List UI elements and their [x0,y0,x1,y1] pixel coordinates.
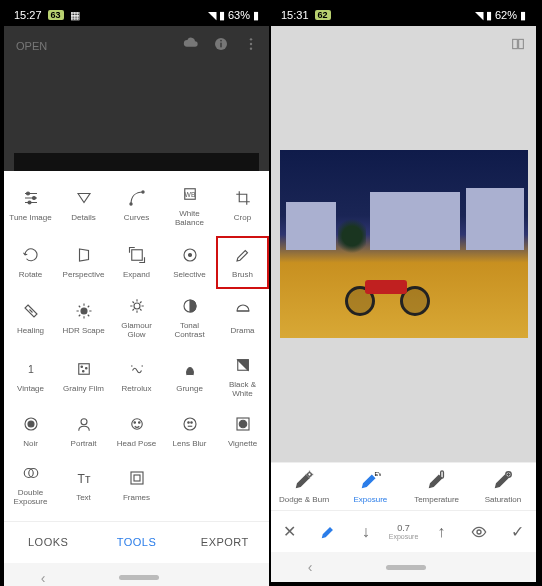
svg-point-43 [308,473,312,477]
svg-point-6 [26,192,29,195]
brush-toggle[interactable] [309,524,347,540]
tool-label: Black &White [229,381,256,399]
tool-glamour-glow[interactable]: GlamourGlow [110,289,163,348]
tool-perspective[interactable]: Perspective [57,236,110,290]
brush-mode-tabs: Dodge & BurnEVExposureTemperatureSaturat… [271,462,536,510]
preview-area: OPEN [4,26,269,171]
svg-point-10 [141,191,143,193]
tool-head-pose[interactable]: Head Pose [110,407,163,457]
photo-preview [280,150,528,338]
svg-rect-1 [220,43,221,48]
exposure-value[interactable]: 0.7 Exposure [385,524,423,540]
headpose-icon [128,415,146,433]
svg-point-21 [81,366,83,368]
tool-crop[interactable]: Crop [216,177,269,236]
tool-label: Vignette [228,440,257,449]
signal-icon: ▮ [486,9,492,22]
svg-point-17 [134,303,140,309]
tool-brush[interactable]: Brush [216,236,269,290]
back-button[interactable]: ‹ [308,559,313,575]
tool-black-white[interactable]: Black &White [216,348,269,407]
tool-curves[interactable]: Curves [110,177,163,236]
svg-point-35 [239,420,247,428]
tool-tune-image[interactable]: Tune Image [4,177,57,236]
right-phone: 15:31 62 ◥ ▮ 62% ▮ Dodge & BurnEVExposur… [271,4,536,582]
rotate-icon [22,246,40,264]
tool-label: Noir [23,440,38,449]
tool-white-balance[interactable]: WBWhiteBalance [163,177,216,236]
tool-retrolux[interactable]: Retrolux [110,348,163,407]
svg-point-15 [188,253,191,256]
brush-tab-label: Saturation [485,495,521,504]
battery-icon: ▮ [253,9,259,22]
tool-frames[interactable]: Frames [110,456,163,515]
tool-double-exposure[interactable]: DoubleExposure [4,456,57,515]
svg-point-3 [250,38,252,40]
home-button[interactable] [119,575,159,580]
decrease-button[interactable]: ↓ [347,523,385,541]
svg-point-23 [82,371,84,373]
expand-icon [128,246,146,264]
brush-tab-temperature[interactable]: Temperature [404,463,470,510]
tab-looks[interactable]: LOOKS [4,522,92,563]
triangle-down-icon [75,189,93,207]
brush-tab-exposure[interactable]: EVExposure [337,463,403,510]
canvas-area[interactable] [271,26,536,462]
tool-portrait[interactable]: Portrait [57,407,110,457]
svg-rect-39 [131,472,143,484]
svg-rect-45 [440,471,443,478]
tab-export[interactable]: EXPORT [181,522,269,563]
tool-healing[interactable]: Healing [4,289,57,348]
battery-text: 62% [495,9,517,21]
close-button[interactable]: ✕ [271,522,309,541]
crop-icon [234,189,252,207]
tool-label: Expand [123,271,150,280]
signal-icon: ▮ [219,9,225,22]
tool-expand[interactable]: Expand [110,236,163,290]
brush-controls: ✕ ↓ 0.7 Exposure ↑ ✓ [271,510,536,552]
compare-icon[interactable] [510,36,526,56]
tool-rotate[interactable]: Rotate [4,236,57,290]
brush-ev-icon: EV [359,469,381,491]
svg-text:WB: WB [184,191,195,198]
more-icon[interactable] [243,36,259,56]
open-button[interactable]: OPEN [16,40,47,52]
status-bar: 15:27 63 ▦ ◥ ▮ 63% ▮ [4,4,269,26]
apply-button[interactable]: ✓ [498,522,536,541]
tool-label: Curves [124,214,149,223]
hdr-icon [75,302,93,320]
svg-rect-42 [519,39,524,48]
home-button[interactable] [386,565,426,570]
tool-grainy-film[interactable]: Grainy Film [57,348,110,407]
tool-label: Healing [17,327,44,336]
brush-tab-dodge-burn[interactable]: Dodge & Burn [271,463,337,510]
tool-label: WhiteBalance [175,210,204,228]
tool-label: Grunge [176,385,203,394]
visibility-toggle[interactable] [460,524,498,540]
android-nav: ‹ [271,552,536,582]
brush-tab-saturation[interactable]: Saturation [470,463,536,510]
tool-lens-blur[interactable]: Lens Blur [163,407,216,457]
tool-vignette[interactable]: Vignette [216,407,269,457]
tool-label: TonalContrast [174,322,204,340]
bottom-tabs: LOOKS TOOLS EXPORT [4,521,269,563]
tool-text[interactable]: TтText [57,456,110,515]
sliders-icon [22,189,40,207]
increase-button[interactable]: ↑ [422,523,460,541]
tool-hdr-scape[interactable]: HDR Scape [57,289,110,348]
image-preview [14,153,259,171]
tool-details[interactable]: Details [57,177,110,236]
back-button[interactable]: ‹ [41,570,46,586]
tool-label: Retrolux [122,385,152,394]
tool-grunge[interactable]: Grunge [163,348,216,407]
tool-tonal-contrast[interactable]: TonalContrast [163,289,216,348]
tool-drama[interactable]: Drama [216,289,269,348]
tool-vintage[interactable]: 1Vintage [4,348,57,407]
tool-noir[interactable]: Noir [4,407,57,457]
tab-tools[interactable]: TOOLS [92,522,180,563]
info-icon[interactable] [213,36,229,56]
double-icon [22,464,40,482]
cloud-icon[interactable] [183,36,199,56]
tool-label: Head Pose [117,440,157,449]
tool-selective[interactable]: Selective [163,236,216,290]
